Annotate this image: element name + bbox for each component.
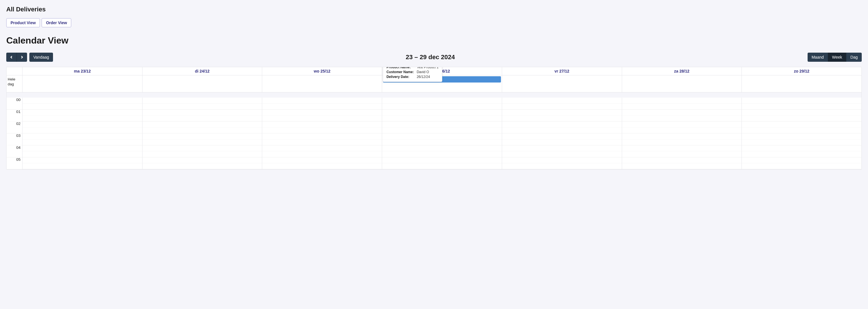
chevron-left-icon (10, 56, 13, 59)
all-day-cell[interactable] (622, 75, 742, 92)
day-view-button[interactable]: Dag (846, 53, 862, 62)
time-column[interactable] (502, 98, 622, 169)
popover-customer-value: David O (416, 70, 439, 74)
all-day-label: Hele dag (6, 75, 23, 92)
calendar: ma 23/12 di 24/12 wo 25/12 do 26/12 vr 2… (6, 67, 862, 170)
page-title: All Deliveries (6, 6, 862, 13)
time-columns (23, 98, 862, 169)
day-header[interactable]: zo 29/12 (742, 67, 862, 75)
hour-label: 05 (6, 157, 22, 169)
day-header[interactable]: vr 27/12 (502, 67, 622, 75)
event-popover: ✕ Order: #253 Product Name: Test Product… (383, 67, 442, 82)
month-view-button[interactable]: Maand (808, 53, 828, 62)
all-day-cell[interactable]: ✕ Order: #253 Product Name: Test Product… (382, 75, 502, 92)
time-column[interactable] (262, 98, 382, 169)
time-column[interactable] (742, 98, 862, 169)
week-view-button[interactable]: Week (828, 53, 846, 62)
chevron-right-icon (20, 56, 24, 59)
next-button[interactable] (17, 53, 27, 62)
all-day-cell[interactable] (262, 75, 382, 92)
all-day-cell[interactable] (23, 75, 143, 92)
all-day-cell[interactable] (742, 75, 862, 92)
popover-delivery-label: Delivery Date: (386, 74, 416, 79)
hour-label: 04 (6, 145, 22, 157)
calendar-divider (6, 93, 862, 98)
day-header[interactable]: di 24/12 (143, 67, 262, 75)
view-mode-group: Maand Week Dag (808, 53, 862, 62)
time-column[interactable] (23, 98, 143, 169)
hour-label: 00 (6, 98, 22, 109)
popover-product-value: Test Product 1 (416, 67, 439, 69)
hour-label: 03 (6, 133, 22, 145)
prev-button[interactable] (6, 53, 17, 62)
header-gutter (6, 67, 23, 75)
all-day-cell[interactable] (502, 75, 622, 92)
date-range-title: 23 – 29 dec 2024 (406, 54, 455, 61)
popover-delivery-value: 26/12/24 (416, 74, 439, 79)
time-gutter: 00 01 02 03 04 05 (6, 98, 23, 169)
hour-label: 01 (6, 109, 22, 122)
product-view-button[interactable]: Product View (6, 18, 40, 27)
hour-label: 02 (6, 122, 22, 133)
today-button[interactable]: Vandaag (29, 53, 53, 62)
all-day-cells: ✕ Order: #253 Product Name: Test Product… (23, 75, 862, 92)
view-switch-group: Product View Order View (6, 18, 862, 27)
nav-button-group (6, 53, 27, 62)
day-header[interactable]: za 28/12 (622, 67, 742, 75)
calendar-toolbar: Vandaag 23 – 29 dec 2024 Maand Week Dag (6, 53, 862, 62)
all-day-cell[interactable] (143, 75, 262, 92)
order-view-button[interactable]: Order View (41, 18, 71, 27)
day-header[interactable]: wo 25/12 (262, 67, 382, 75)
time-grid: 00 01 02 03 04 05 (6, 98, 862, 169)
popover-customer-label: Customer Name: (386, 70, 416, 74)
time-column[interactable] (382, 98, 502, 169)
time-column[interactable] (143, 98, 262, 169)
popover-table: Order: #253 Product Name: Test Product 1… (386, 67, 439, 79)
toolbar-left: Vandaag (6, 53, 53, 62)
all-day-row: Hele dag ✕ Order: #253 Product Name: Tes… (6, 75, 862, 93)
time-column[interactable] (622, 98, 742, 169)
section-title: Calendar View (6, 35, 862, 46)
popover-product-label: Product Name: (386, 67, 416, 69)
day-header[interactable]: ma 23/12 (23, 67, 143, 75)
